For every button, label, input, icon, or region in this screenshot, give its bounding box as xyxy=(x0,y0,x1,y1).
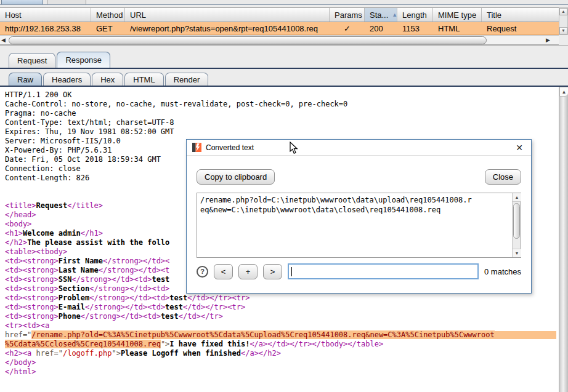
column-header-mime[interactable]: MIME type xyxy=(433,8,482,22)
column-header-title[interactable]: Title xyxy=(482,8,559,22)
table-vertical-scrollbar[interactable]: ▲ ▼ xyxy=(559,7,568,35)
scroll-down-icon[interactable]: ▼ xyxy=(513,249,521,257)
dialog-title: Converted text xyxy=(206,143,254,152)
search-next-button[interactable]: > xyxy=(263,264,282,279)
textarea-scrollbar[interactable]: ▲ ▼ xyxy=(512,193,521,257)
message-tabs: Request Response xyxy=(0,52,110,68)
response-line: %5Cdata%5Cclosed%5Creq105441008.req">I h… xyxy=(5,340,556,349)
dialog-titlebar[interactable]: Converted text ✕ xyxy=(187,140,531,156)
response-line: Expires: Thu, 19 Nov 1981 08:52:00 GMT xyxy=(5,127,556,137)
match-count-label: 0 matches xyxy=(484,267,521,276)
scroll-up-icon[interactable]: ▲ xyxy=(559,8,567,15)
row-status: 200 xyxy=(365,22,397,34)
copy-to-clipboard-button[interactable]: Copy to clipboard xyxy=(197,169,275,185)
table-horizontal-scrollbar[interactable]: ◀ ▶ xyxy=(0,35,559,45)
close-icon[interactable]: ✕ xyxy=(513,143,525,153)
response-line: </body> xyxy=(5,358,556,367)
scroll-left-icon[interactable]: ◀ xyxy=(1,37,6,43)
column-header-length[interactable]: Length xyxy=(397,8,433,22)
response-line: <h2><a href="/logoff.php">Please Logoff … xyxy=(5,349,556,358)
column-header-status[interactable]: Sta...▲ xyxy=(365,8,397,22)
tab-request[interactable]: Request xyxy=(9,53,55,68)
sort-ascending-icon: ▲ xyxy=(392,12,397,18)
scroll-up-icon[interactable]: ▲ xyxy=(513,193,521,202)
tab-raw[interactable]: Raw xyxy=(9,73,42,86)
row-mime: HTML xyxy=(433,22,482,34)
panel-divider xyxy=(0,45,568,46)
row-url: /viewreport.php?status=open&rpt=req10544… xyxy=(125,22,330,34)
top-tab-fragment-selected[interactable] xyxy=(1,0,43,4)
response-line: <td><strong>Phone</strong></td><td>test<… xyxy=(5,312,556,321)
converted-text-dialog: Converted text ✕ Copy to clipboard Close… xyxy=(186,139,532,294)
tab-headers[interactable]: Headers xyxy=(43,73,91,86)
response-line: Content-Type: text/html; charset=UTF-8 xyxy=(5,118,556,127)
response-line: href="/rename.php?old=C%3A%5Cinetpub%5Cw… xyxy=(5,330,556,340)
tab-response[interactable]: Response xyxy=(57,52,110,68)
search-options-button[interactable]: + xyxy=(238,264,258,279)
textarea-scrollbar-thumb[interactable] xyxy=(513,203,520,239)
tab-hex[interactable]: Hex xyxy=(92,73,123,86)
params-check-icon: ✓ xyxy=(330,22,365,34)
help-icon[interactable]: ? xyxy=(197,266,208,278)
row-method: GET xyxy=(91,22,125,34)
top-tab-strip xyxy=(0,0,568,5)
response-vertical-scrollbar[interactable]: ▲ xyxy=(559,87,568,392)
row-length: 1153 xyxy=(397,22,433,34)
horizontal-scrollbar-thumb[interactable] xyxy=(9,36,487,44)
column-header-params[interactable]: Params xyxy=(330,8,365,22)
column-header-url[interactable]: URL xyxy=(125,8,330,22)
top-tab-fragment[interactable] xyxy=(47,0,86,4)
view-tabs: Raw Headers Hex HTML Render xyxy=(0,72,208,86)
column-header-host[interactable]: Host xyxy=(0,8,91,22)
tab-underline xyxy=(0,68,568,69)
converted-text-value: /rename.php?old=C:\inetpub\wwwroot\data\… xyxy=(200,195,509,215)
scroll-up-icon[interactable]: ▲ xyxy=(559,87,568,97)
response-line: <tr><td><a xyxy=(5,321,556,330)
table-row[interactable]: http://192.168.253.38 GET /viewreport.ph… xyxy=(0,22,559,35)
scroll-down-icon[interactable]: ▼ xyxy=(559,27,567,34)
close-button[interactable]: Close xyxy=(485,169,521,185)
mouse-cursor-icon xyxy=(290,142,298,154)
converted-text-area[interactable]: /rename.php?old=C:\inetpub\wwwroot\data\… xyxy=(197,193,521,258)
burp-app-icon xyxy=(192,143,201,152)
response-line: <td><strong>E-mail</strong></td><td>test… xyxy=(5,303,556,312)
response-line: HTTP/1.1 200 OK xyxy=(5,90,556,100)
row-title: Request xyxy=(482,22,559,34)
response-line: Cache-Control: no-store, no-cache, must-… xyxy=(5,100,556,109)
response-line: </html> xyxy=(5,367,556,377)
tab-render[interactable]: Render xyxy=(165,73,209,86)
tab-html[interactable]: HTML xyxy=(124,73,163,86)
search-prev-button[interactable]: < xyxy=(214,264,233,279)
scroll-right-icon[interactable]: ▶ xyxy=(546,37,550,43)
response-line: <td><strong>Problem</strong></td><td>tes… xyxy=(5,294,556,303)
history-table-header: Host Method URL Params Sta...▲ Length MI… xyxy=(0,7,559,22)
response-line: Pragma: no-cache xyxy=(5,109,556,118)
text-caret xyxy=(291,267,292,276)
search-input[interactable] xyxy=(288,263,479,279)
column-header-method[interactable]: Method xyxy=(91,8,125,22)
row-host: http://192.168.253.38 xyxy=(0,22,91,34)
